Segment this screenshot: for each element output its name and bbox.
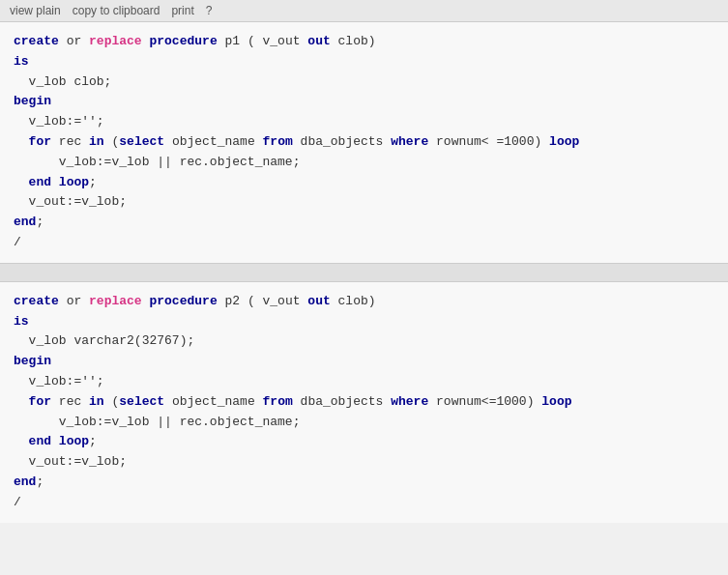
view-plain-link[interactable]: view plain — [10, 4, 61, 17]
code-separator — [0, 263, 728, 282]
code-block-2: create or replace procedure p2 ( v_out o… — [0, 282, 728, 523]
print-link[interactable]: print — [171, 4, 193, 17]
help-link[interactable]: ? — [206, 4, 213, 17]
copy-clipboard-link[interactable]: copy to clipboard — [73, 4, 160, 17]
code-container: create or replace procedure p1 ( v_out o… — [0, 22, 728, 523]
code-block-1: create or replace procedure p1 ( v_out o… — [0, 22, 728, 263]
toolbar: view plain copy to clipboard print ? — [0, 0, 728, 22]
